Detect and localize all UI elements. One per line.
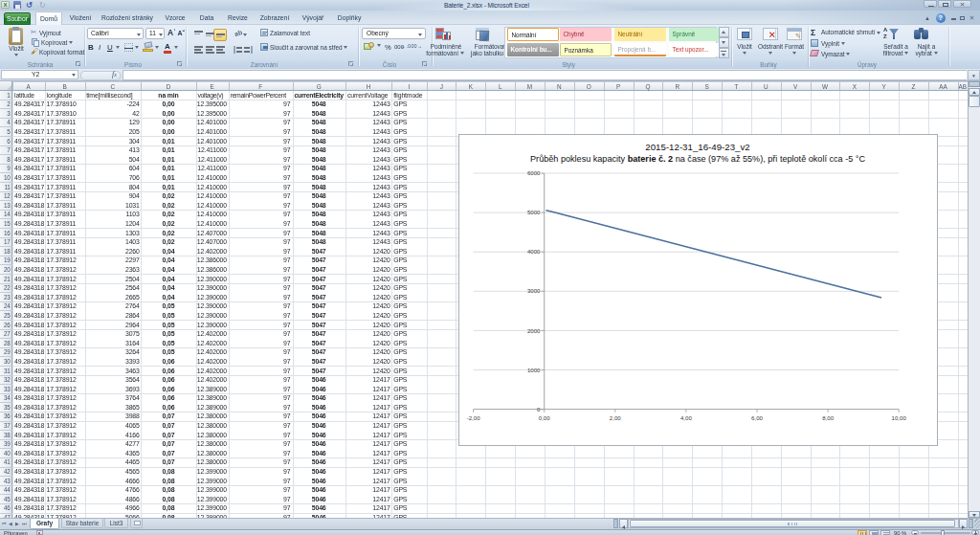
svg-text:8,00: 8,00 xyxy=(822,414,834,421)
svg-text:4000: 4000 xyxy=(527,248,541,255)
svg-text:6000: 6000 xyxy=(527,169,541,176)
svg-text:10,00: 10,00 xyxy=(892,414,907,421)
svg-text:-2,00: -2,00 xyxy=(467,414,481,421)
svg-text:0,00: 0,00 xyxy=(539,414,550,421)
svg-text:3000: 3000 xyxy=(527,287,541,294)
svg-text:2000: 2000 xyxy=(527,326,541,333)
svg-text:Průběh poklesu kapacity bateri: Průběh poklesu kapacity baterie č. 2 na … xyxy=(530,153,865,163)
svg-text:5000: 5000 xyxy=(527,209,541,215)
svg-text:1000: 1000 xyxy=(527,366,541,372)
svg-text:2,00: 2,00 xyxy=(610,414,621,421)
svg-text:2015-12-31_16-49-23_v2: 2015-12-31_16-49-23_v2 xyxy=(645,142,749,152)
svg-text:4,00: 4,00 xyxy=(680,414,692,421)
svg-text:6,00: 6,00 xyxy=(751,414,763,421)
